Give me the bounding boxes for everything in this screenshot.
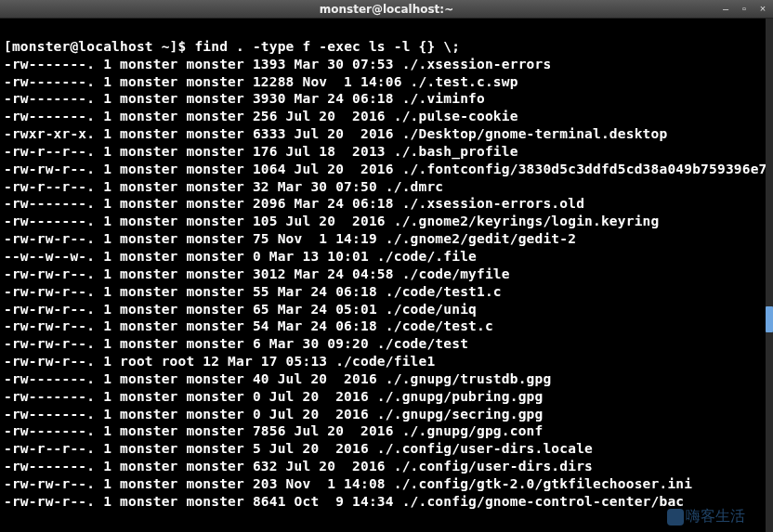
maximize-button[interactable]: ▫	[738, 2, 751, 15]
minimize-button[interactable]: –	[719, 2, 732, 15]
watermark-text: 嗨客生活	[686, 507, 745, 526]
scrollbar-track[interactable]	[766, 19, 773, 532]
scrollbar-thumb[interactable]	[766, 306, 773, 332]
window-controls: – ▫ ×	[719, 2, 769, 15]
terminal-output: -rw-------. 1 monster monster 1393 Mar 3…	[4, 56, 769, 511]
close-button[interactable]: ×	[756, 2, 769, 15]
watermark: 嗨客生活	[667, 507, 745, 526]
title-bar: monster@localhost:~ – ▫ ×	[0, 0, 773, 19]
prompt: [monster@localhost ~]$	[4, 39, 194, 54]
watermark-icon	[667, 509, 684, 526]
window-title: monster@localhost:~	[320, 3, 453, 16]
command: find . -type f -exec ls -l {} \;	[194, 39, 460, 54]
terminal-body[interactable]: [monster@localhost ~]$ find . -type f -e…	[0, 19, 773, 529]
prompt-line: [monster@localhost ~]$ find . -type f -e…	[4, 39, 460, 54]
